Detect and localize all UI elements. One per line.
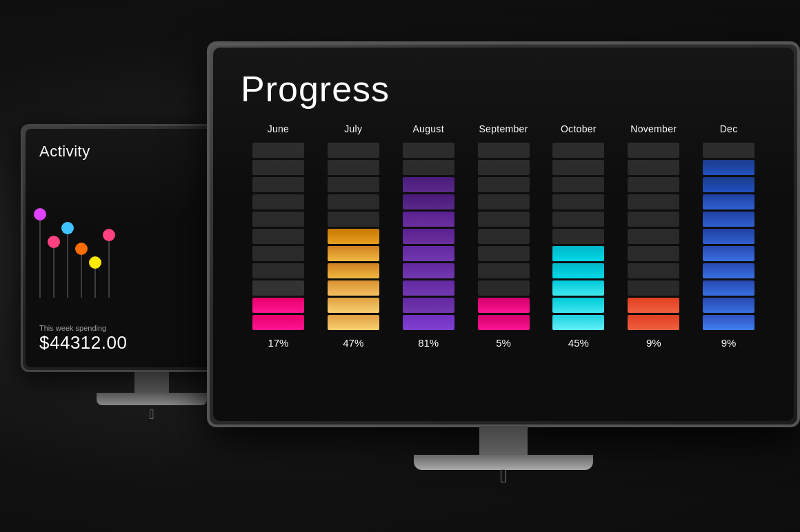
month-august: August 81% <box>391 123 466 349</box>
bar-seg <box>552 280 604 296</box>
bar-seg <box>403 143 454 158</box>
bar-seg <box>328 280 379 296</box>
bar-seg <box>478 177 530 192</box>
lollipop-3 <box>67 222 68 298</box>
dec-label: Dec <box>720 123 738 134</box>
bar-seg <box>328 143 379 158</box>
bar-seg <box>552 160 604 175</box>
june-bars <box>252 143 304 330</box>
bar-seg <box>628 246 679 261</box>
bar-seg <box>552 315 604 330</box>
month-october: October 45% <box>541 123 616 349</box>
month-july: July 47% <box>316 123 391 349</box>
stick-1 <box>39 219 41 298</box>
bar-seg <box>403 298 454 313</box>
month-september: September 5% <box>466 123 541 349</box>
stand-base-back <box>97 393 207 405</box>
bar-seg <box>252 315 304 330</box>
bar-seg <box>478 229 530 244</box>
bar-seg <box>552 263 604 278</box>
oct-percent: 45% <box>568 337 589 349</box>
bar-seg <box>478 194 530 209</box>
bar-seg <box>478 143 530 158</box>
dot-3 <box>61 222 74 234</box>
bar-seg <box>403 229 454 244</box>
bar-seg <box>252 143 304 158</box>
bar-seg <box>703 194 754 209</box>
stick-6 <box>108 240 110 298</box>
bar-seg <box>252 229 304 244</box>
bar-seg <box>403 280 454 296</box>
bar-seg <box>478 315 530 330</box>
june-percent: 17% <box>268 337 288 349</box>
bar-seg <box>552 246 604 261</box>
july-bars <box>328 143 379 330</box>
oct-bars <box>552 143 604 330</box>
dot-1 <box>34 208 46 221</box>
bar-seg <box>403 194 454 209</box>
bar-seg <box>703 315 754 330</box>
lollipop-2 <box>53 236 54 298</box>
oct-label: October <box>561 123 597 134</box>
bar-seg <box>252 263 304 278</box>
aug-label: August <box>412 123 443 134</box>
bar-seg <box>478 160 530 175</box>
dec-percent: 9% <box>721 337 737 349</box>
bar-seg <box>328 229 379 244</box>
month-december: Dec 9% <box>691 123 766 349</box>
bar-seg <box>403 160 454 175</box>
bar-seg <box>628 194 679 209</box>
lollipop-4 <box>81 243 82 298</box>
bar-seg <box>552 177 604 192</box>
bar-seg <box>328 160 379 175</box>
dot-6 <box>103 229 115 241</box>
nov-bars <box>628 143 679 330</box>
bar-seg <box>703 298 754 313</box>
bar-seg <box>628 298 679 313</box>
bar-seg <box>628 143 679 158</box>
bar-seg <box>703 177 754 192</box>
july-label: July <box>344 123 362 134</box>
bar-seg <box>328 177 379 192</box>
bar-seg <box>703 263 754 278</box>
dec-bars <box>703 143 754 330</box>
bar-seg <box>478 246 530 261</box>
sep-percent: 5% <box>496 337 511 349</box>
bar-seg <box>628 177 679 192</box>
lollipop-1 <box>39 208 41 298</box>
bar-seg <box>552 194 604 209</box>
stick-4 <box>81 254 82 298</box>
bar-seg <box>628 212 679 227</box>
bar-seg <box>703 229 754 244</box>
bar-seg <box>252 280 304 296</box>
july-percent: 47% <box>343 337 363 349</box>
progress-screen-content: Progress June <box>213 48 794 421</box>
bar-seg <box>403 315 454 330</box>
bar-seg <box>403 177 454 192</box>
lollipop-5 <box>94 256 96 298</box>
nov-percent: 9% <box>646 337 661 349</box>
sep-bars <box>478 143 530 330</box>
months-container: June 17% <box>241 123 766 349</box>
bar-seg <box>703 246 754 261</box>
bar-seg <box>328 263 379 278</box>
bar-seg <box>403 263 454 278</box>
bar-seg <box>552 229 604 244</box>
bar-seg <box>703 160 754 175</box>
june-label: June <box>268 123 290 134</box>
bar-seg <box>328 212 379 227</box>
bar-seg <box>252 298 304 313</box>
bar-seg <box>703 280 754 296</box>
bar-seg <box>478 263 530 278</box>
bar-seg <box>328 194 379 209</box>
bar-seg <box>703 143 754 158</box>
bar-seg <box>552 212 604 227</box>
bar-seg <box>328 246 379 261</box>
sep-label: September <box>479 123 528 134</box>
stick-5 <box>94 267 96 298</box>
month-june: June 17% <box>241 123 316 349</box>
bar-seg <box>552 298 604 313</box>
bar-seg <box>628 315 679 330</box>
aug-bars <box>403 143 454 330</box>
bar-seg <box>478 280 530 296</box>
